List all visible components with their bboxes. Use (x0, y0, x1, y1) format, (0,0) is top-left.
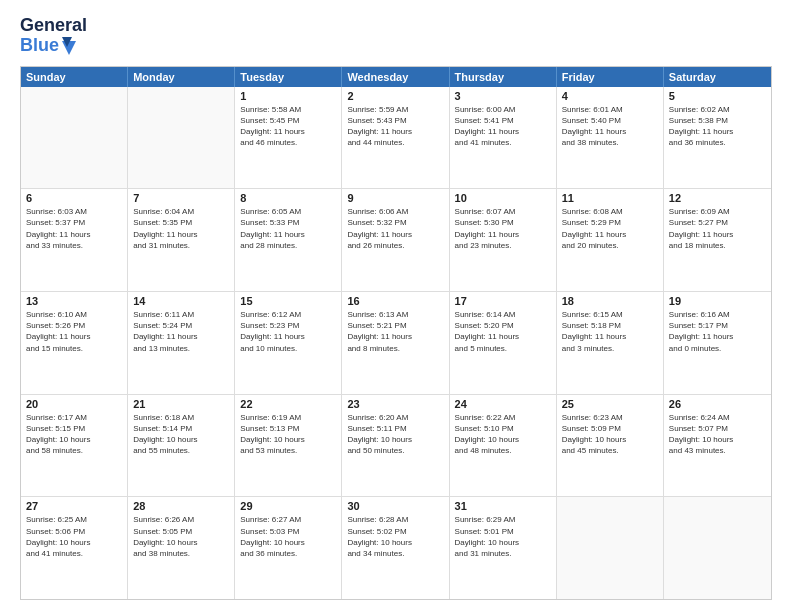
cell-info: Sunrise: 6:03 AMSunset: 5:37 PMDaylight:… (26, 206, 122, 251)
calendar-cell: 4Sunrise: 6:01 AMSunset: 5:40 PMDaylight… (557, 87, 664, 189)
day-number: 1 (240, 90, 336, 102)
calendar-cell (128, 87, 235, 189)
header-cell-friday: Friday (557, 67, 664, 87)
day-number: 30 (347, 500, 443, 512)
logo-blue: Blue (20, 36, 87, 56)
day-number: 19 (669, 295, 766, 307)
cell-info: Sunrise: 6:02 AMSunset: 5:38 PMDaylight:… (669, 104, 766, 149)
cell-info: Sunrise: 6:19 AMSunset: 5:13 PMDaylight:… (240, 412, 336, 457)
calendar-cell: 18Sunrise: 6:15 AMSunset: 5:18 PMDayligh… (557, 292, 664, 394)
calendar-cell: 11Sunrise: 6:08 AMSunset: 5:29 PMDayligh… (557, 189, 664, 291)
cell-info: Sunrise: 6:27 AMSunset: 5:03 PMDaylight:… (240, 514, 336, 559)
cell-info: Sunrise: 6:05 AMSunset: 5:33 PMDaylight:… (240, 206, 336, 251)
calendar-cell: 3Sunrise: 6:00 AMSunset: 5:41 PMDaylight… (450, 87, 557, 189)
day-number: 17 (455, 295, 551, 307)
cell-info: Sunrise: 6:06 AMSunset: 5:32 PMDaylight:… (347, 206, 443, 251)
header-cell-wednesday: Wednesday (342, 67, 449, 87)
calendar-cell: 26Sunrise: 6:24 AMSunset: 5:07 PMDayligh… (664, 395, 771, 497)
logo: General Blue (20, 16, 87, 56)
calendar-cell: 5Sunrise: 6:02 AMSunset: 5:38 PMDaylight… (664, 87, 771, 189)
calendar-cell: 7Sunrise: 6:04 AMSunset: 5:35 PMDaylight… (128, 189, 235, 291)
cell-info: Sunrise: 6:17 AMSunset: 5:15 PMDaylight:… (26, 412, 122, 457)
calendar-cell: 28Sunrise: 6:26 AMSunset: 5:05 PMDayligh… (128, 497, 235, 599)
calendar-cell: 27Sunrise: 6:25 AMSunset: 5:06 PMDayligh… (21, 497, 128, 599)
logo-arrow-icon (62, 37, 76, 55)
cell-info: Sunrise: 6:18 AMSunset: 5:14 PMDaylight:… (133, 412, 229, 457)
calendar-cell: 8Sunrise: 6:05 AMSunset: 5:33 PMDaylight… (235, 189, 342, 291)
calendar-cell: 12Sunrise: 6:09 AMSunset: 5:27 PMDayligh… (664, 189, 771, 291)
calendar-header: SundayMondayTuesdayWednesdayThursdayFrid… (21, 67, 771, 87)
calendar-cell: 15Sunrise: 6:12 AMSunset: 5:23 PMDayligh… (235, 292, 342, 394)
cell-info: Sunrise: 6:28 AMSunset: 5:02 PMDaylight:… (347, 514, 443, 559)
cell-info: Sunrise: 6:22 AMSunset: 5:10 PMDaylight:… (455, 412, 551, 457)
cell-info: Sunrise: 6:00 AMSunset: 5:41 PMDaylight:… (455, 104, 551, 149)
cell-info: Sunrise: 6:25 AMSunset: 5:06 PMDaylight:… (26, 514, 122, 559)
cell-info: Sunrise: 6:26 AMSunset: 5:05 PMDaylight:… (133, 514, 229, 559)
calendar-cell: 16Sunrise: 6:13 AMSunset: 5:21 PMDayligh… (342, 292, 449, 394)
day-number: 20 (26, 398, 122, 410)
day-number: 23 (347, 398, 443, 410)
day-number: 8 (240, 192, 336, 204)
header: General Blue (20, 16, 772, 56)
calendar-cell: 9Sunrise: 6:06 AMSunset: 5:32 PMDaylight… (342, 189, 449, 291)
day-number: 7 (133, 192, 229, 204)
cell-info: Sunrise: 6:23 AMSunset: 5:09 PMDaylight:… (562, 412, 658, 457)
calendar-cell: 2Sunrise: 5:59 AMSunset: 5:43 PMDaylight… (342, 87, 449, 189)
calendar-row-5: 27Sunrise: 6:25 AMSunset: 5:06 PMDayligh… (21, 497, 771, 599)
calendar-cell: 6Sunrise: 6:03 AMSunset: 5:37 PMDaylight… (21, 189, 128, 291)
calendar-row-2: 6Sunrise: 6:03 AMSunset: 5:37 PMDaylight… (21, 189, 771, 292)
calendar-cell (664, 497, 771, 599)
day-number: 2 (347, 90, 443, 102)
calendar-cell: 20Sunrise: 6:17 AMSunset: 5:15 PMDayligh… (21, 395, 128, 497)
calendar-cell: 19Sunrise: 6:16 AMSunset: 5:17 PMDayligh… (664, 292, 771, 394)
calendar: SundayMondayTuesdayWednesdayThursdayFrid… (20, 66, 772, 600)
header-cell-saturday: Saturday (664, 67, 771, 87)
logo-general: General (20, 16, 87, 36)
calendar-cell: 22Sunrise: 6:19 AMSunset: 5:13 PMDayligh… (235, 395, 342, 497)
calendar-cell (21, 87, 128, 189)
calendar-cell: 14Sunrise: 6:11 AMSunset: 5:24 PMDayligh… (128, 292, 235, 394)
day-number: 15 (240, 295, 336, 307)
day-number: 13 (26, 295, 122, 307)
day-number: 4 (562, 90, 658, 102)
header-cell-sunday: Sunday (21, 67, 128, 87)
svg-marker-0 (62, 41, 76, 55)
cell-info: Sunrise: 6:16 AMSunset: 5:17 PMDaylight:… (669, 309, 766, 354)
cell-info: Sunrise: 6:29 AMSunset: 5:01 PMDaylight:… (455, 514, 551, 559)
calendar-cell (557, 497, 664, 599)
day-number: 31 (455, 500, 551, 512)
day-number: 25 (562, 398, 658, 410)
day-number: 18 (562, 295, 658, 307)
header-cell-monday: Monday (128, 67, 235, 87)
day-number: 28 (133, 500, 229, 512)
day-number: 3 (455, 90, 551, 102)
calendar-body: 1Sunrise: 5:58 AMSunset: 5:45 PMDaylight… (21, 87, 771, 599)
cell-info: Sunrise: 6:15 AMSunset: 5:18 PMDaylight:… (562, 309, 658, 354)
calendar-row-3: 13Sunrise: 6:10 AMSunset: 5:26 PMDayligh… (21, 292, 771, 395)
cell-info: Sunrise: 6:14 AMSunset: 5:20 PMDaylight:… (455, 309, 551, 354)
calendar-row-1: 1Sunrise: 5:58 AMSunset: 5:45 PMDaylight… (21, 87, 771, 190)
calendar-cell: 30Sunrise: 6:28 AMSunset: 5:02 PMDayligh… (342, 497, 449, 599)
day-number: 22 (240, 398, 336, 410)
calendar-cell: 23Sunrise: 6:20 AMSunset: 5:11 PMDayligh… (342, 395, 449, 497)
cell-info: Sunrise: 6:09 AMSunset: 5:27 PMDaylight:… (669, 206, 766, 251)
day-number: 6 (26, 192, 122, 204)
header-cell-tuesday: Tuesday (235, 67, 342, 87)
cell-info: Sunrise: 5:59 AMSunset: 5:43 PMDaylight:… (347, 104, 443, 149)
calendar-cell: 21Sunrise: 6:18 AMSunset: 5:14 PMDayligh… (128, 395, 235, 497)
cell-info: Sunrise: 6:20 AMSunset: 5:11 PMDaylight:… (347, 412, 443, 457)
day-number: 9 (347, 192, 443, 204)
cell-info: Sunrise: 6:08 AMSunset: 5:29 PMDaylight:… (562, 206, 658, 251)
calendar-cell: 13Sunrise: 6:10 AMSunset: 5:26 PMDayligh… (21, 292, 128, 394)
cell-info: Sunrise: 6:10 AMSunset: 5:26 PMDaylight:… (26, 309, 122, 354)
day-number: 26 (669, 398, 766, 410)
day-number: 11 (562, 192, 658, 204)
day-number: 24 (455, 398, 551, 410)
day-number: 16 (347, 295, 443, 307)
cell-info: Sunrise: 5:58 AMSunset: 5:45 PMDaylight:… (240, 104, 336, 149)
header-cell-thursday: Thursday (450, 67, 557, 87)
page: General Blue SundayMondayTuesdayWednesda… (0, 0, 792, 612)
calendar-row-4: 20Sunrise: 6:17 AMSunset: 5:15 PMDayligh… (21, 395, 771, 498)
cell-info: Sunrise: 6:07 AMSunset: 5:30 PMDaylight:… (455, 206, 551, 251)
cell-info: Sunrise: 6:24 AMSunset: 5:07 PMDaylight:… (669, 412, 766, 457)
